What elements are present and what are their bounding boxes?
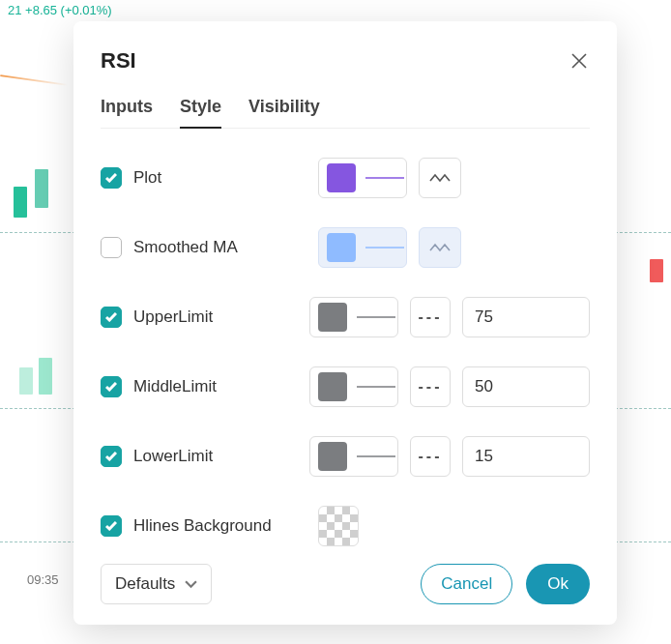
- middle-limit-input[interactable]: [462, 366, 590, 407]
- row-smoothed-ma: Smoothed MA: [101, 227, 590, 268]
- ticker-text: 21 +8.65 (+0.01%): [8, 3, 112, 17]
- ok-button[interactable]: Ok: [526, 564, 590, 604]
- dash-icon: ---: [419, 308, 443, 326]
- smoothed-ma-line-sample: [364, 227, 406, 268]
- lower-limit-color-picker[interactable]: [309, 436, 398, 477]
- upper-limit-swatch: [318, 303, 347, 332]
- dialog-footer: Defaults Cancel Ok: [101, 546, 590, 604]
- row-plot: Plot: [101, 158, 590, 198]
- hlines-bg-checkbox[interactable]: [101, 515, 122, 537]
- candle: [35, 169, 48, 208]
- row-upper-limit: UpperLimit ---: [101, 297, 590, 337]
- middle-limit-label: MiddleLimit: [133, 377, 217, 396]
- row-hlines-background: Hlines Background: [101, 506, 590, 546]
- tab-visibility[interactable]: Visibility: [248, 97, 320, 128]
- upper-limit-checkbox[interactable]: [101, 307, 122, 328]
- upper-limit-input[interactable]: [462, 297, 590, 337]
- middle-limit-swatch: [318, 372, 347, 401]
- plot-color-picker[interactable]: [318, 158, 407, 198]
- vol-bar: [19, 367, 33, 395]
- smoothed-ma-linestyle-button[interactable]: [419, 227, 461, 268]
- plot-checkbox[interactable]: [101, 167, 122, 189]
- middle-limit-checkbox[interactable]: [101, 376, 122, 397]
- smoothed-ma-label: Smoothed MA: [133, 238, 238, 257]
- smoothed-ma-color-picker[interactable]: [318, 227, 407, 268]
- row-lower-limit: LowerLimit ---: [101, 436, 590, 477]
- upper-limit-dash-button[interactable]: ---: [410, 297, 451, 337]
- dialog-header: RSI: [101, 48, 590, 73]
- dash-icon: ---: [419, 448, 443, 465]
- smoothed-ma-swatch: [327, 233, 356, 262]
- smoothed-ma-checkbox[interactable]: [101, 237, 122, 258]
- upper-limit-line-sample: [355, 297, 397, 337]
- close-icon[interactable]: [569, 50, 590, 72]
- plot-swatch: [327, 163, 356, 192]
- defaults-dropdown[interactable]: Defaults: [101, 564, 212, 604]
- middle-limit-color-picker[interactable]: [309, 366, 398, 407]
- plot-label: Plot: [133, 168, 161, 188]
- rsi-settings-dialog: RSI Inputs Style Visibility Plot: [73, 21, 617, 625]
- hlines-bg-label: Hlines Background: [133, 516, 272, 536]
- tab-style[interactable]: Style: [180, 97, 221, 129]
- lower-limit-swatch: [318, 442, 347, 471]
- middle-limit-line-sample: [355, 366, 397, 407]
- chart-line: [0, 74, 68, 86]
- defaults-label: Defaults: [115, 574, 175, 594]
- candle: [650, 259, 663, 282]
- vol-bar: [39, 358, 52, 395]
- plot-linestyle-button[interactable]: [419, 158, 461, 198]
- style-rows: Plot Smoothed MA: [101, 158, 590, 546]
- upper-limit-label: UpperLimit: [133, 307, 213, 327]
- upper-limit-color-picker[interactable]: [309, 297, 398, 337]
- cancel-button[interactable]: Cancel: [421, 564, 512, 604]
- dialog-title: RSI: [101, 48, 136, 73]
- middle-limit-dash-button[interactable]: ---: [410, 366, 451, 407]
- lower-limit-label: LowerLimit: [133, 447, 213, 466]
- tab-inputs[interactable]: Inputs: [101, 97, 153, 128]
- chevron-down-icon: [185, 578, 197, 591]
- lower-limit-checkbox[interactable]: [101, 446, 122, 467]
- dash-icon: ---: [419, 378, 443, 395]
- lower-limit-line-sample: [355, 436, 397, 477]
- candle: [14, 187, 27, 218]
- plot-line-sample: [364, 158, 406, 198]
- lower-limit-input[interactable]: [462, 436, 590, 477]
- chart-time-label: 09:35: [27, 572, 59, 587]
- row-middle-limit: MiddleLimit ---: [101, 366, 590, 407]
- tabs: Inputs Style Visibility: [101, 97, 590, 129]
- hlines-bg-color-picker[interactable]: [318, 506, 359, 546]
- lower-limit-dash-button[interactable]: ---: [410, 436, 451, 477]
